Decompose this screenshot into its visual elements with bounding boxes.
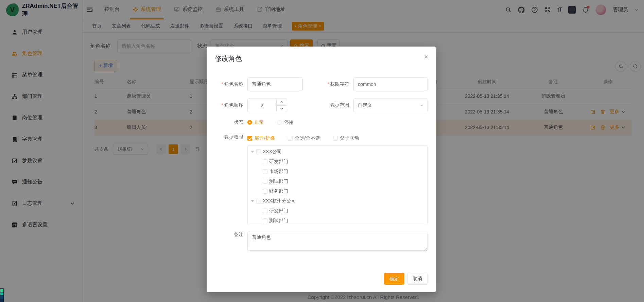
tree-node-child[interactable]: 测试部门	[248, 176, 427, 186]
tree-node-label: XXX杭州分公司	[263, 198, 296, 204]
tree-caret-icon[interactable]	[251, 151, 254, 153]
checkbox	[288, 136, 293, 141]
corner-badge	[0, 288, 4, 302]
checkbox[interactable]	[263, 189, 267, 194]
tree-node-child[interactable]: 财务部门	[248, 186, 427, 196]
edit-role-dialog: 修改角色 × *角色名称 *权限字符 *角色顺序 2 数据范围 自定义 状态	[207, 47, 436, 292]
tree-node-child[interactable]: 市场部门	[248, 166, 427, 176]
status-row: 状态 正常 停用	[215, 118, 428, 126]
tree-node-label: 测试部门	[269, 178, 288, 184]
chevron-up-icon	[280, 100, 283, 104]
select-all-checkbox[interactable]: 全选/全不选	[288, 135, 320, 141]
close-dialog-icon[interactable]: ×	[424, 53, 428, 60]
tree-node-child[interactable]: 测试部门	[248, 216, 427, 225]
status-radio-disabled[interactable]: 停用	[277, 119, 294, 125]
role-name-input[interactable]	[247, 77, 303, 91]
remark-label: 备注	[215, 232, 243, 238]
role-order-label: *角色顺序	[215, 102, 243, 108]
checkbox[interactable]	[263, 169, 267, 174]
required-mark: *	[328, 81, 329, 87]
tree-node-label: XXX公司	[263, 149, 282, 155]
tree-node-parent[interactable]: XXX公司	[248, 147, 427, 157]
data-permission-row: 数据权限 展开/折叠 全选/全不选 父子联动	[215, 134, 428, 225]
checkbox	[247, 136, 252, 141]
radio-label: 正常	[255, 119, 264, 125]
required-mark: *	[222, 81, 223, 87]
perm-char-input[interactable]	[353, 77, 428, 91]
dialog-title: 修改角色	[215, 54, 242, 63]
tree-node-label: 测试部门	[269, 218, 288, 224]
checkbox[interactable]	[256, 149, 261, 154]
data-scope-select[interactable]: 自定义	[353, 99, 428, 112]
role-order-stepper: 2	[247, 99, 287, 112]
chevron-down-icon	[280, 107, 283, 110]
role-order-row: *角色顺序 2 数据范围 自定义	[215, 99, 428, 112]
tree-node-label: 研发部门	[269, 208, 288, 214]
expand-collapse-checkbox[interactable]: 展开/折叠	[247, 135, 275, 141]
perm-char-label: *权限字符	[303, 81, 349, 87]
checkbox[interactable]	[263, 209, 267, 213]
tree-node-label: 财务部门	[269, 188, 288, 194]
checkbox-label: 全选/全不选	[295, 135, 320, 141]
checkbox[interactable]	[263, 159, 267, 164]
checkbox[interactable]	[263, 218, 267, 223]
checkbox-label: 展开/折叠	[255, 135, 275, 141]
status-radio-normal[interactable]: 正常	[247, 119, 264, 125]
tree-node-label: 研发部门	[269, 159, 288, 165]
tree-option-checkboxes: 展开/折叠 全选/全不选 父子联动	[247, 134, 428, 142]
data-scope-value: 自定义	[358, 102, 372, 108]
data-scope-label: 数据范围	[287, 102, 349, 108]
radio-label: 停用	[284, 119, 294, 125]
cancel-button[interactable]: 取消	[407, 273, 428, 285]
department-tree: XXX公司 研发部门 市场部门 测试部门 财务部门	[247, 145, 428, 225]
dialog-footer: 确定 取消	[384, 273, 428, 285]
checkbox-label: 父子联动	[340, 135, 359, 141]
checkbox[interactable]	[263, 179, 267, 184]
stepper-decrease-button[interactable]	[277, 106, 287, 112]
remark-row: 备注 普通角色	[215, 232, 428, 252]
radio-dot	[277, 120, 282, 125]
tree-node-parent[interactable]: XXX杭州分公司	[248, 196, 427, 206]
required-mark: *	[222, 102, 223, 108]
tree-node-label: 市场部门	[269, 168, 288, 175]
stepper-increase-button[interactable]	[277, 99, 287, 106]
tree-node-child[interactable]: 研发部门	[248, 206, 427, 216]
checkbox	[333, 136, 338, 141]
status-label: 状态	[215, 119, 243, 125]
data-permission-label: 数据权限	[215, 134, 243, 140]
role-order-value[interactable]: 2	[248, 99, 276, 112]
chevron-down-icon	[420, 103, 424, 107]
tree-node-child[interactable]: 研发部门	[248, 157, 427, 166]
parent-child-link-checkbox[interactable]: 父子联动	[333, 135, 359, 141]
tree-caret-icon[interactable]	[251, 200, 254, 202]
radio-dot	[247, 120, 252, 125]
remark-textarea[interactable]: 普通角色	[247, 232, 428, 251]
checkbox[interactable]	[256, 199, 261, 203]
confirm-button[interactable]: 确定	[384, 273, 404, 285]
role-name-row: *角色名称 *权限字符	[215, 77, 428, 91]
role-name-label: *角色名称	[215, 81, 243, 87]
